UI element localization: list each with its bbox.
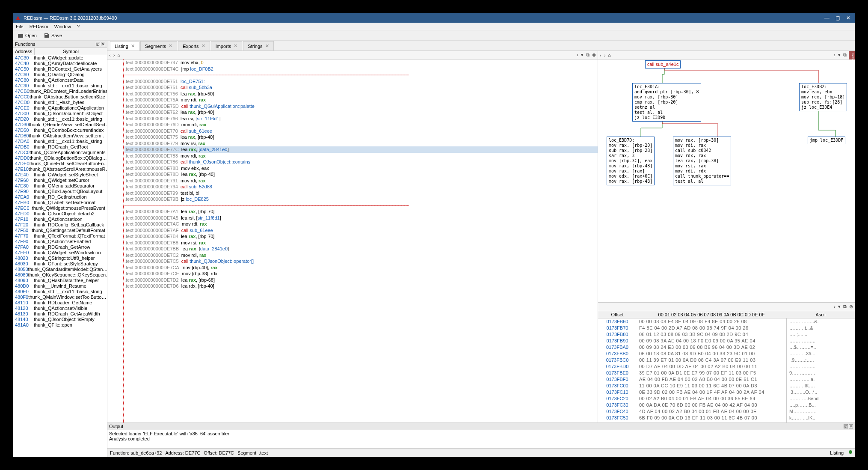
function-row[interactable]: 47CD0thunk_std::_Hash_bytes: [13, 100, 107, 105]
copy-icon[interactable]: ⧉: [586, 52, 590, 58]
function-row[interactable]: 47EC0thunk_QWidget::mousePressEvent: [13, 205, 107, 211]
function-row[interactable]: 47FE0thunk_QWidget::setWindowIcon: [13, 250, 107, 256]
function-row[interactable]: 480E0thunk_std::__cxx11::basic_string: [13, 289, 107, 294]
maximize-button[interactable]: ▢: [835, 15, 840, 21]
function-row[interactable]: 47F50thunk_QSettings::setDefaultFormat: [13, 228, 107, 233]
function-row[interactable]: 47D20thunk_std::__cxx11::basic_string: [13, 116, 107, 122]
function-row[interactable]: 47EA0thunk_RD_GetInstruction: [13, 194, 107, 200]
asm-line[interactable]: .text:00000000000DE756 lea rax, [rbp-50]: [124, 91, 598, 97]
asm-line[interactable]: .text:00000000000DE766 lea rsi, [str_11f…: [124, 116, 598, 122]
hex-row[interactable]: 0173FBC000 11 39 E7 01 00 0A D0 08 C4 3A…: [598, 357, 855, 363]
graph-node[interactable]: jmp loc_E3DDF: [808, 137, 845, 144]
hex-row[interactable]: 0173FC404D AF 04 00 02 A2 B0 04 00 01 FB…: [598, 408, 855, 415]
function-row[interactable]: 47F10thunk_QAction::setIcon: [13, 217, 107, 222]
asm-line[interactable]: .text:00000000000DE751 loc_DE751:: [124, 78, 598, 85]
function-row[interactable]: 48090thunk_QHashData::free_helper: [13, 278, 107, 283]
panel-float-icon[interactable]: ◱: [96, 42, 100, 46]
hex-down-icon[interactable]: ▾: [838, 304, 841, 309]
tab-imports[interactable]: Imports✕: [211, 41, 243, 51]
function-row[interactable]: 47CC0thunk_QAbstractButton::setIconSize: [13, 94, 107, 100]
function-row[interactable]: 47C30thunk_QWidget::update: [13, 55, 107, 61]
asm-line[interactable]: .text:00000000000DE7AC mov rdi, rax: [124, 221, 598, 227]
asm-line[interactable]: .text:00000000000DE74C jmp loc_DF0B2: [124, 66, 598, 72]
hex-row[interactable]: 0173FC3000 0A DA 0E 70 8D 00 00 FB AE 04…: [598, 402, 855, 408]
asm-line[interactable]: .text:00000000000DE7D2 lea rax, [rbp-68]: [124, 277, 598, 283]
function-row[interactable]: 48140thunk_QJsonObject::isEmpty: [13, 317, 107, 322]
asm-line[interactable]: .text:00000000000DE794 call sub_52d88: [124, 184, 598, 190]
asm-line[interactable]: .text:00000000000DE751 call sub_5bb3a: [124, 84, 598, 91]
graph-copy-icon[interactable]: ⧉: [843, 52, 847, 58]
open-button[interactable]: Open: [16, 32, 39, 39]
function-row[interactable]: 481A0thunk_QFile::open: [13, 322, 107, 328]
asm-line[interactable]: .text:00000000000DE78D lea rax, [rbp-40]: [124, 171, 598, 178]
hex-close-icon[interactable]: ⊗: [849, 304, 853, 309]
hex-row[interactable]: 0173FBF0AE 04 00 FB AE 04 00 02 A8 B0 04…: [598, 376, 855, 383]
hex-copy-icon[interactable]: ⧉: [843, 304, 847, 309]
function-row[interactable]: 47C60thunk_QDialog::QDialog: [13, 72, 107, 77]
close-button[interactable]: ✕: [846, 15, 850, 21]
asm-line[interactable]: .text:00000000000DE747 mov ebx, 0: [124, 59, 598, 66]
function-row[interactable]: 47C80thunk_QAction::setData: [13, 77, 107, 83]
function-row[interactable]: 48080thunk_QKeySequence::QKeySequen…: [13, 272, 107, 278]
asm-line[interactable]: .text:00000000000DE75A mov rdi, rax: [124, 97, 598, 103]
function-row[interactable]: 47E40thunk_QWidget::setStyleSheet: [13, 172, 107, 178]
asm-line[interactable]: .text:00000000000DE75D call thunk_QGuiAp…: [124, 103, 598, 110]
tab-strings[interactable]: Strings✕: [243, 41, 273, 51]
graph-node[interactable]: loc_E3DB2: mov eax, ebx mov rcx, [rbp-18…: [799, 83, 847, 111]
graph-back-icon[interactable]: ‹: [600, 53, 601, 58]
asm-line[interactable]: .text:00000000000DE775 lea rax, [rbp-40]: [124, 134, 598, 140]
graph-node[interactable]: mov rax, [rbp-30] mov rdi, rax call sub_…: [673, 137, 731, 185]
function-row[interactable]: 48050thunk_QStandardItemModel::QStan…: [13, 267, 107, 272]
function-row[interactable]: 47E10thunk_QAbstractScrollArea::mouseR…: [13, 167, 107, 172]
output-body[interactable]: Selected loader 'ELF Executable' with 'x…: [107, 430, 855, 448]
function-row[interactable]: 47DE0thunk_QLineEdit::setClearButtonEn…: [13, 161, 107, 167]
asm-line[interactable]: .text:00000000000DE77C lea rax, [data_28…: [124, 146, 598, 153]
function-row[interactable]: 47C40thunk_QArrayData::deallocate: [13, 61, 107, 66]
menu-window[interactable]: Window: [54, 24, 71, 29]
function-row[interactable]: 47DD0thunk_QDialogButtonBox::QDialog…: [13, 155, 107, 161]
col-address[interactable]: Address: [13, 48, 35, 55]
function-row[interactable]: 47C50thunk_RDContext_GetAnalyzers: [13, 66, 107, 72]
rodata-tab[interactable]: .rodata: [849, 51, 855, 59]
function-row[interactable]: 47D50thunk_QComboBox::currentIndex: [13, 128, 107, 133]
hex-row[interactable]: 0173FB70F4 8E 04 00 2D A7 AD 08 00 08 74…: [598, 325, 855, 331]
minimize-button[interactable]: —: [824, 15, 829, 21]
asm-line[interactable]: .text:00000000000DE7A5 lea rsi, [str_11f…: [124, 215, 598, 221]
menu-redasm[interactable]: REDasm: [30, 24, 48, 29]
function-row[interactable]: 47D80thunk_QAbstractItemView::setItem…: [13, 133, 107, 139]
tab-exports[interactable]: Exports✕: [178, 41, 210, 51]
asm-line[interactable]: .text:00000000000DE779 mov rsi, rax: [124, 140, 598, 147]
function-row[interactable]: 480D0thunk__Unwind_Resume: [13, 283, 107, 289]
hex-row[interactable]: 0173FBA000 09 08 24 E3 00 00 09 08 B6 96…: [598, 344, 855, 351]
graph-next-icon[interactable]: ›: [834, 52, 835, 58]
asm-line[interactable]: .text:00000000000DE7AF call sub_61eee: [124, 227, 598, 234]
functions-list[interactable]: 47C30thunk_QWidget::update47C40thunk_QAr…: [13, 55, 107, 457]
hex-row[interactable]: 0173FBD000 D7 AE 04 00 DD AE 04 00 02 A2…: [598, 363, 855, 370]
function-row[interactable]: 47F20thunk_RDConfig_SetLogCallback: [13, 222, 107, 228]
save-button[interactable]: Save: [42, 32, 64, 39]
function-row[interactable]: 47EB0thunk_QLabel::setTextFormat: [13, 200, 107, 205]
function-row[interactable]: 47E60thunk_QWidget::setCursor: [13, 178, 107, 183]
hex-row[interactable]: 0173FC2000 02 A2 B0 04 00 01 FB AE 04 00…: [598, 396, 855, 402]
asm-line[interactable]: .text:00000000000DE762 lea rax, [rbp-40]: [124, 109, 598, 116]
hex-row[interactable]: 0173FB8008 01 12 03 08 09 03 3B 9C 04 09…: [598, 331, 855, 338]
asm-line[interactable]: .text:00000000000DE770 call sub_61eee: [124, 128, 598, 134]
asm-line[interactable]: .text:00000000000DE7D6 lea rdx, [rbp-40]: [124, 283, 598, 289]
hex-row[interactable]: 0173FC506B F0 09 00 0A CD 16 EF 11 03 00…: [598, 415, 855, 421]
hex-next-icon[interactable]: ›: [834, 304, 835, 309]
hex-row[interactable]: 0173FB9000 09 08 9A AE 04 00 18 F0 E0 09…: [598, 338, 855, 344]
function-row[interactable]: 47E80thunk_QMenu::addSeparator: [13, 183, 107, 189]
asm-line[interactable]: .text:00000000000DE783 mov rdi, rax: [124, 153, 598, 159]
menu-file[interactable]: File: [16, 24, 24, 29]
function-row[interactable]: 47E90thunk_QBoxLayout::QBoxLayout: [13, 189, 107, 194]
function-row[interactable]: 47F70thunk_QTextFormat::QTextFormat: [13, 233, 107, 239]
output-float-icon[interactable]: ◱: [844, 424, 848, 428]
graph-node[interactable]: loc_E3D1A: add qword ptr [rbp-30], 8 mov…: [632, 83, 701, 122]
asm-line[interactable]: .text:00000000000DE791 mov rdi, rax: [124, 178, 598, 184]
tab-listing[interactable]: Listing✕: [110, 41, 139, 51]
asm-line[interactable]: .text:00000000000DE78B mov ebx, eax: [124, 165, 598, 172]
asm-line[interactable]: ┄┄┄┄┄┄┄┄┄┄┄┄┄┄┄┄┄┄┄┄┄┄┄┄┄┄┄┄┄┄┄┄┄┄┄┄┄┄┄┄…: [124, 202, 598, 209]
hex-body[interactable]: 0173FB6000 00 08 08 F4 8E 04 09 08 F4 8E…: [598, 318, 855, 422]
disassembly-body[interactable]: .text:00000000000DE747 mov ebx, 0.text:0…: [107, 59, 598, 422]
menu-help[interactable]: ?: [77, 24, 80, 29]
